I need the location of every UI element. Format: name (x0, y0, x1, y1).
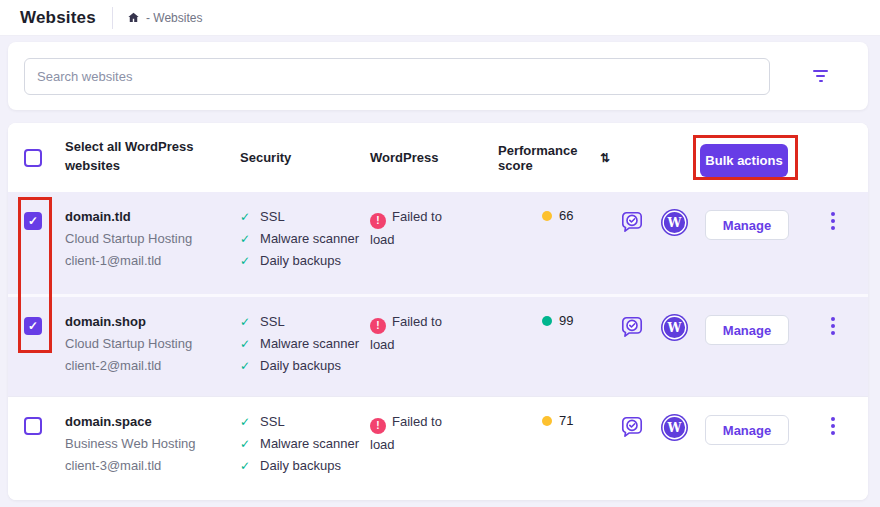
security-item: Malware scanner (260, 333, 359, 355)
site-check-action[interactable] (610, 397, 653, 500)
wordpress-icon: W (661, 414, 688, 441)
wordpress-status-cell: !Failed to load (362, 297, 462, 396)
table-row: ✓ domain.shop Cloud Startup Hosting clie… (8, 294, 868, 396)
check-icon: ✓ (240, 355, 250, 377)
performance-cell: 99 (490, 297, 610, 396)
wordpress-admin-action[interactable]: W (653, 397, 696, 500)
svg-text:W: W (667, 215, 683, 230)
wordpress-icon: W (661, 209, 688, 236)
performance-score: 71 (559, 413, 573, 428)
sort-icon[interactable]: ⇅ (600, 151, 610, 165)
check-icon: ✓ (240, 206, 250, 228)
security-list: ✓SSL ✓Malware scanner ✓Daily backups (232, 297, 362, 396)
top-bar: Websites - Websites (0, 0, 880, 36)
security-item: Daily backups (260, 455, 341, 477)
security-item: Daily backups (260, 250, 341, 272)
wordpress-status-cell: !Failed to load (362, 192, 462, 294)
row-checkbox[interactable]: ✓ (24, 317, 42, 335)
table-row: ✓ domain.space Business Web Hosting clie… (8, 396, 868, 500)
site-check-action[interactable] (610, 192, 653, 294)
security-item: Malware scanner (260, 433, 359, 455)
performance-cell: 66 (490, 192, 610, 294)
check-icon: ✓ (240, 250, 250, 272)
wordpress-status-cell: !Failed to load (362, 397, 462, 500)
search-input[interactable] (24, 58, 770, 95)
bulk-actions-button[interactable]: Bulk actions (700, 144, 788, 177)
title-divider (112, 7, 113, 29)
wordpress-admin-action[interactable]: W (653, 192, 696, 294)
column-header-performance[interactable]: Performance score ⇅ (490, 143, 610, 173)
table-row: ✓ domain.tld Cloud Startup Hosting clien… (8, 192, 868, 294)
row-checkbox[interactable]: ✓ (24, 212, 42, 230)
svg-text:W: W (667, 320, 683, 335)
kebab-menu-icon[interactable] (823, 413, 843, 500)
website-email: client-1@mail.tld (65, 250, 232, 272)
select-all-checkbox[interactable]: ✓ (24, 149, 42, 167)
security-list: ✓SSL ✓Malware scanner ✓Daily backups (232, 397, 362, 500)
chat-check-icon (619, 414, 645, 440)
page-title: Websites (20, 8, 96, 28)
website-domain[interactable]: domain.shop (65, 311, 232, 333)
wordpress-admin-action[interactable]: W (653, 297, 696, 396)
check-icon: ✓ (240, 411, 250, 433)
column-header-security: Security (232, 150, 362, 165)
check-icon: ✓ (240, 311, 250, 333)
security-item: SSL (260, 206, 285, 228)
breadcrumb-label: - Websites (146, 11, 202, 25)
security-item: Malware scanner (260, 228, 359, 250)
performance-dot (542, 211, 552, 221)
chat-check-icon (619, 209, 645, 235)
performance-score: 66 (559, 208, 573, 223)
security-item: SSL (260, 411, 285, 433)
check-icon: ✓ (28, 320, 38, 332)
check-icon: ✓ (240, 433, 250, 455)
warning-icon: ! (370, 213, 386, 229)
security-list: ✓SSL ✓Malware scanner ✓Daily backups (232, 192, 362, 294)
select-all-label: Select all WordPress websites (57, 123, 232, 192)
home-icon[interactable] (127, 11, 140, 24)
website-plan: Cloud Startup Hosting (65, 228, 232, 250)
manage-button[interactable]: Manage (705, 315, 789, 345)
filter-icon[interactable] (807, 64, 834, 88)
performance-dot (542, 416, 552, 426)
svg-text:W: W (667, 420, 683, 435)
check-icon: ✓ (240, 455, 250, 477)
website-domain[interactable]: domain.tld (65, 206, 232, 228)
website-email: client-3@mail.tld (65, 455, 232, 477)
search-card (8, 42, 868, 110)
security-item: SSL (260, 311, 285, 333)
manage-button[interactable]: Manage (705, 415, 789, 445)
warning-icon: ! (370, 418, 386, 434)
performance-dot (542, 316, 552, 326)
warning-icon: ! (370, 318, 386, 334)
table-header: ✓ Select all WordPress websites Security… (8, 123, 868, 192)
security-item: Daily backups (260, 355, 341, 377)
wordpress-icon: W (661, 314, 688, 341)
check-icon: ✓ (240, 228, 250, 250)
row-checkbox[interactable]: ✓ (24, 417, 42, 435)
kebab-menu-icon[interactable] (823, 313, 843, 396)
performance-score: 99 (559, 313, 573, 328)
website-email: client-2@mail.tld (65, 355, 232, 377)
kebab-menu-icon[interactable] (823, 208, 843, 294)
check-icon: ✓ (28, 215, 38, 227)
check-icon: ✓ (240, 333, 250, 355)
performance-cell: 71 (490, 397, 610, 500)
websites-table: ✓ Select all WordPress websites Security… (8, 123, 868, 500)
website-plan: Cloud Startup Hosting (65, 333, 232, 355)
site-check-action[interactable] (610, 297, 653, 396)
chat-check-icon (619, 314, 645, 340)
manage-button[interactable]: Manage (705, 210, 789, 240)
column-header-wordpress: WordPress (362, 150, 490, 165)
website-plan: Business Web Hosting (65, 433, 232, 455)
breadcrumb: - Websites (127, 11, 202, 25)
website-domain[interactable]: domain.space (65, 411, 232, 433)
